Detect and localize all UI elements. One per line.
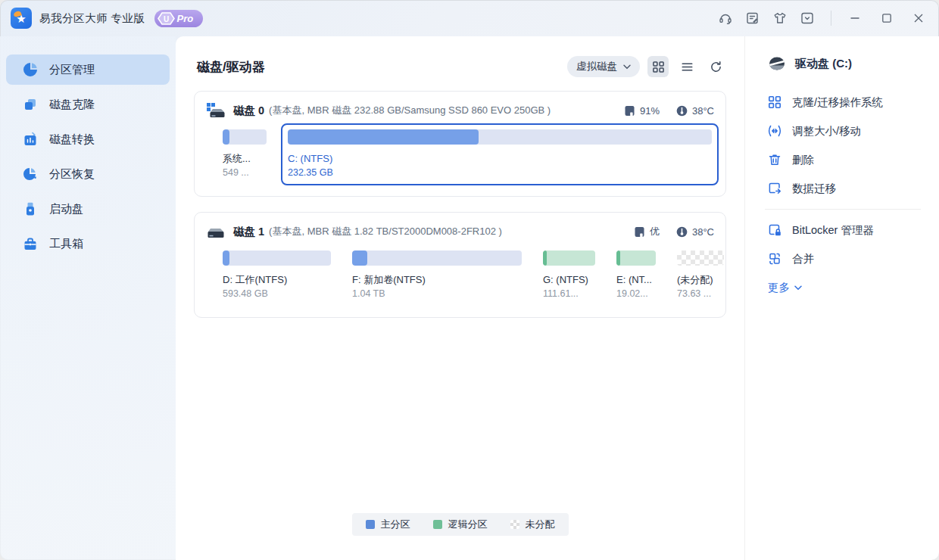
legend-logical: 逻辑分区 [433, 518, 488, 531]
grid-view-button[interactable] [647, 56, 669, 77]
ssd-disk-icon [206, 102, 226, 119]
action-panel-header: 驱动盘 (C:) [768, 56, 939, 71]
usage-fill [543, 250, 547, 266]
left-sidebar: 分区管理 磁盘克隆 磁盘转换 分区恢复 [0, 36, 176, 560]
sidebar-item-label: 启动盘 [49, 202, 83, 216]
svg-text:U: U [163, 14, 168, 23]
usage-fill [616, 250, 620, 266]
titlebar-right [714, 7, 930, 30]
disk-temperature-value: 38°C [692, 226, 714, 238]
logical-color-swatch [433, 520, 442, 529]
disk-card-1: 磁盘 1 (基本盘, MBR 磁盘 1.82 TB/ST2000DM008-2F… [194, 212, 726, 318]
legend-primary: 主分区 [366, 518, 410, 531]
partition-recovery-icon [23, 166, 38, 182]
disk-0-partitions: 系统... 549 ... C: (NTFS) 232.35 GB [216, 123, 714, 185]
virtual-disk-dropdown[interactable]: 虚拟磁盘 [567, 56, 640, 77]
usage-fill [352, 250, 367, 266]
titlebar-divider [831, 11, 831, 26]
disk-details: (基本盘, MBR 磁盘 1.82 TB/ST2000DM008-2FR102 … [269, 225, 502, 238]
disk-1-partitions: D: 工作(NTFS) 593.48 GB F: 新加卷(NTFS) 1.04 … [216, 244, 714, 306]
disk-temperature-indicator: 38°C [676, 105, 714, 117]
merge-icon [768, 252, 781, 266]
chevron-down-icon [623, 64, 631, 70]
disk-1-stats: 优 38°C [634, 225, 714, 238]
action-divider [765, 209, 921, 210]
sidebar-item-label: 分区恢复 [49, 167, 95, 182]
action-label: 数据迁移 [792, 182, 836, 196]
app-logo-icon: ★ [11, 8, 32, 29]
support-headset-icon[interactable] [714, 7, 737, 30]
thermometer-icon [676, 226, 688, 238]
partition-system[interactable]: 系统... 549 ... [216, 123, 273, 185]
action-label: 合并 [792, 252, 814, 266]
sidebar-item-boot-disk[interactable]: 启动盘 [6, 194, 170, 224]
usage-fill [288, 129, 479, 145]
action-data-migration[interactable]: 数据迁移 [768, 174, 939, 203]
close-button[interactable] [907, 7, 930, 30]
partition-size: 19.02... [616, 287, 656, 300]
disk-clone-icon [23, 97, 38, 112]
action-bitlocker-manager[interactable]: BitLocker 管理器 [768, 216, 939, 244]
action-merge[interactable]: 合并 [768, 244, 939, 273]
partition-size: 1.04 TB [352, 287, 522, 300]
partition-size: 111.61... [543, 287, 595, 300]
action-resize-move[interactable]: 调整大小/移动 [768, 117, 939, 145]
disk-name: 磁盘 0 [233, 104, 264, 118]
menu-box-icon[interactable] [796, 7, 819, 30]
partition-name: G: (NTFS) [543, 272, 595, 287]
disk-name: 磁盘 1 [233, 225, 264, 239]
drive-icon [768, 56, 786, 71]
partition-c-selected[interactable]: C: (NTFS) 232.35 GB [281, 123, 719, 185]
refresh-button[interactable] [705, 56, 726, 77]
usb-boot-disk-icon [23, 201, 38, 216]
theme-shirt-icon[interactable] [769, 7, 791, 30]
action-label: 删除 [792, 153, 814, 167]
os-clone-icon [768, 95, 781, 109]
more-actions-link[interactable]: 更多 [768, 281, 939, 295]
action-clone-migrate-os[interactable]: 克隆/迁移操作系统 [768, 88, 939, 117]
thermometer-icon [676, 105, 688, 117]
bitlocker-lock-icon [768, 223, 781, 237]
sidebar-item-label: 分区管理 [49, 63, 95, 77]
sidebar-item-partition-manager[interactable]: 分区管理 [6, 54, 170, 85]
disk-card-0: 磁盘 0 (基本盘, MBR 磁盘 232.88 GB/Samsung SSD … [194, 91, 726, 197]
list-view-icon [681, 61, 694, 73]
action-label: 克隆/迁移操作系统 [792, 95, 883, 110]
partition-g[interactable]: G: (NTFS) 111.61... [536, 244, 602, 306]
main-controls: 虚拟磁盘 [567, 56, 726, 77]
feedback-note-icon[interactable] [741, 7, 764, 30]
partition-name: (未分配) [677, 272, 724, 287]
disk-0-header: 磁盘 0 (基本盘, MBR 磁盘 232.88 GB/Samsung SSD … [206, 102, 714, 119]
partition-e[interactable]: E: (NT... 19.02... [610, 244, 663, 306]
app-title: 易我分区大师 专业版 [39, 11, 145, 26]
sidebar-item-toolbox[interactable]: 工具箱 [6, 229, 170, 259]
partition-name: E: (NT... [616, 272, 656, 287]
minimize-button[interactable] [844, 7, 866, 30]
action-delete[interactable]: 删除 [768, 145, 939, 174]
sidebar-item-disk-convert[interactable]: 磁盘转换 [6, 124, 170, 154]
maximize-button[interactable] [875, 7, 898, 30]
sidebar-item-label: 工具箱 [49, 237, 83, 251]
partition-size: 73.63 ... [677, 287, 724, 300]
usage-fill [223, 250, 229, 266]
partition-usage-bar [677, 250, 724, 266]
chevron-down-icon [794, 285, 802, 291]
sidebar-item-partition-recovery[interactable]: 分区恢复 [6, 159, 170, 189]
selected-drive-title: 驱动盘 (C:) [795, 57, 852, 71]
sidebar-item-label: 磁盘转换 [49, 132, 95, 147]
page-title: 磁盘/驱动器 [197, 58, 265, 76]
legend-unallocated: 未分配 [510, 518, 555, 531]
pro-badge[interactable]: U Pro [154, 10, 204, 27]
disk-details: (基本盘, MBR 磁盘 232.88 GB/Samsung SSD 860 E… [269, 104, 551, 117]
sidebar-item-disk-clone[interactable]: 磁盘克隆 [6, 89, 170, 120]
partition-name: 系统... [223, 151, 267, 166]
partition-unallocated[interactable]: (未分配) 73.63 ... [670, 244, 731, 306]
legend-label: 逻辑分区 [448, 518, 488, 531]
disk-1-header: 磁盘 1 (基本盘, MBR 磁盘 1.82 TB/ST2000DM008-2F… [206, 223, 714, 240]
refresh-icon [710, 61, 722, 73]
partition-d[interactable]: D: 工作(NTFS) 593.48 GB [216, 244, 338, 306]
partition-f[interactable]: F: 新加卷(NTFS) 1.04 TB [345, 244, 529, 306]
disk-convert-icon [23, 132, 38, 147]
list-view-button[interactable] [676, 56, 697, 77]
partition-name: C: (NTFS) [288, 151, 712, 166]
